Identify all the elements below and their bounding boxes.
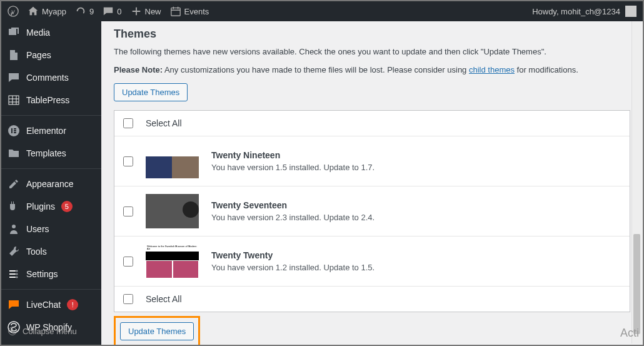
pages-icon [8, 49, 20, 61]
child-themes-link[interactable]: child themes [469, 65, 515, 74]
theme-name: Twenty Twenty [211, 250, 375, 260]
sidebar-label: Appearance [26, 179, 74, 189]
tools-icon [8, 245, 20, 258]
update-themes-highlight: Update Themes [114, 316, 200, 345]
sidebar-item-users[interactable]: Users [1, 218, 101, 240]
updates-link[interactable]: 9 [75, 6, 94, 17]
theme-thumbnail [146, 194, 199, 228]
sidebar-item-tablepress[interactable]: TablePress [1, 89, 101, 111]
scrollbar-thumb[interactable] [633, 234, 640, 334]
sidebar-label: LiveChat [26, 300, 61, 310]
sidebar-item-livechat[interactable]: LiveChat ! [1, 293, 101, 316]
plus-icon [131, 6, 142, 17]
site-name-link[interactable]: Myapp [28, 6, 66, 17]
select-all-row-bottom: Select All [114, 287, 630, 312]
events-link[interactable]: Events [170, 6, 209, 17]
sidebar-item-elementor[interactable]: Elementor [1, 120, 101, 142]
collapse-icon [8, 326, 18, 336]
theme-thumbnail [146, 144, 199, 178]
users-icon [8, 223, 20, 235]
sidebar-label: Media [26, 28, 50, 38]
svg-rect-1 [171, 8, 179, 16]
svg-rect-6 [14, 130, 16, 131]
svg-rect-2 [9, 96, 19, 104]
svg-point-10 [16, 273, 18, 275]
svg-rect-5 [14, 128, 16, 130]
svg-rect-7 [14, 132, 16, 133]
tablepress-icon [8, 94, 20, 106]
collapse-menu[interactable]: Collapse menu [1, 320, 83, 342]
media-icon [8, 26, 20, 39]
select-all-checkbox-bottom[interactable] [123, 294, 133, 304]
settings-icon [8, 268, 20, 280]
theme-row: Welcome to the Swedish Museum of Modern … [114, 237, 630, 287]
theme-name: Twenty Nineteen [211, 150, 375, 160]
new-label: New [145, 7, 161, 16]
update-themes-button-bottom[interactable]: Update Themes [120, 322, 194, 340]
theme-thumbnail: Welcome to the Swedish Museum of Modern … [146, 244, 199, 278]
comments-count: 0 [117, 7, 121, 16]
theme-row: Twenty Seventeen You have version 2.3 in… [114, 186, 630, 237]
sidebar-item-settings[interactable]: Settings [1, 263, 101, 285]
sidebar-label: Users [26, 224, 49, 234]
sidebar-item-pages[interactable]: Pages [1, 44, 101, 66]
sidebar-label: Comments [26, 73, 69, 83]
sidebar-item-templates[interactable]: Templates [1, 142, 101, 165]
svg-rect-4 [11, 128, 13, 133]
sidebar-item-plugins[interactable]: Plugins 5 [1, 195, 101, 218]
comments-icon [8, 71, 20, 84]
theme-checkbox[interactable] [123, 257, 133, 267]
sidebar-label: Settings [26, 269, 58, 279]
themes-note: Please Note: Any customizations you have… [114, 65, 630, 74]
sidebar-label: Pages [26, 50, 51, 60]
refresh-icon [75, 6, 86, 17]
note-prefix: Please Note: [114, 65, 163, 74]
scrollbar[interactable] [631, 21, 641, 343]
sidebar-item-appearance[interactable]: Appearance [1, 173, 101, 195]
updates-count: 9 [89, 7, 94, 16]
sidebar-label: Templates [26, 148, 66, 158]
svg-point-11 [16, 277, 18, 278]
home-icon [28, 6, 39, 17]
select-all-checkbox-top[interactable] [123, 118, 133, 128]
themes-update-table: Select All Twenty Nineteen You have vers… [114, 110, 630, 312]
plugins-badge: 5 [61, 201, 73, 212]
sidebar-label: Plugins [26, 201, 55, 211]
themes-description: The following themes have new versions a… [114, 47, 630, 56]
svg-point-8 [12, 225, 16, 228]
themes-heading: Themes [114, 28, 630, 41]
sidebar-item-tools[interactable]: Tools [1, 240, 101, 263]
note-text-after: for modifications. [515, 65, 578, 74]
note-text-before: Any customizations you have made to them… [163, 65, 469, 74]
svg-point-13 [9, 327, 17, 335]
events-label: Events [184, 7, 209, 16]
plugin-icon [8, 200, 20, 213]
watermark: Acti [620, 327, 639, 340]
theme-status: You have version 2.3 installed. Update t… [211, 213, 375, 222]
avatar [625, 6, 636, 17]
livechat-icon [8, 298, 20, 311]
new-link[interactable]: New [131, 6, 161, 17]
svg-point-0 [8, 6, 18, 16]
account-link[interactable]: Howdy, mohit_ch@1234 [532, 6, 636, 17]
theme-row: Twenty Nineteen You have version 1.5 ins… [114, 136, 630, 186]
main-content: Themes The following themes have new ver… [101, 21, 643, 345]
site-name: Myapp [42, 7, 66, 16]
comments-link[interactable]: 0 [103, 6, 121, 17]
wp-logo[interactable] [8, 6, 19, 17]
theme-checkbox[interactable] [123, 206, 133, 216]
sidebar-label: Elementor [26, 126, 66, 136]
admin-bar: Myapp 9 0 New Events Howdy, mohit_ch@123… [1, 1, 643, 21]
theme-checkbox[interactable] [123, 156, 133, 166]
select-all-row-top: Select All [114, 111, 630, 136]
update-themes-button-top[interactable]: Update Themes [114, 83, 188, 101]
svg-point-9 [16, 270, 18, 272]
calendar-icon [170, 6, 181, 17]
folder-icon [8, 147, 20, 160]
select-all-label: Select All [146, 294, 182, 304]
wordpress-icon [8, 6, 19, 17]
sidebar-item-comments[interactable]: Comments [1, 66, 101, 89]
livechat-badge: ! [67, 299, 78, 310]
sidebar-label: Tools [26, 247, 47, 257]
sidebar-item-media[interactable]: Media [1, 21, 101, 44]
